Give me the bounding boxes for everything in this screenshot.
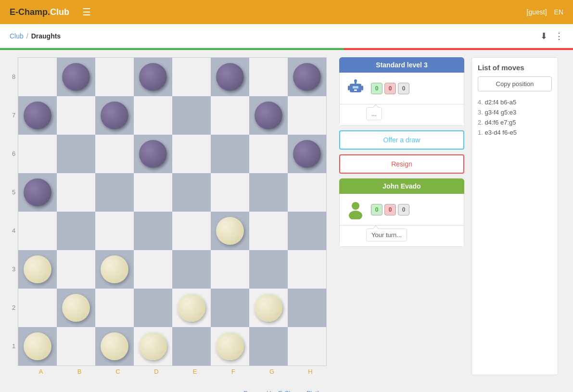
cell-g7[interactable] xyxy=(249,96,288,135)
cell-h8[interactable] xyxy=(288,58,326,96)
moves-panel: List of moves Copy position 4. d2:f4 b6-… xyxy=(471,57,558,375)
cell-g8 xyxy=(249,58,288,96)
cell-h3 xyxy=(288,250,326,289)
cell-h6[interactable] xyxy=(288,135,326,173)
cell-b4[interactable] xyxy=(57,212,95,250)
cell-b1 xyxy=(57,327,95,366)
svg-point-8 xyxy=(352,202,359,210)
cell-a1[interactable] xyxy=(18,327,57,366)
cell-b8[interactable] xyxy=(57,58,95,96)
move-item: 4. d2:f4 b6-a5 xyxy=(478,97,552,107)
cell-e7[interactable] xyxy=(172,96,211,135)
board-container: 8 7 6 5 4 3 2 1 A B C D E F G H xyxy=(10,57,330,375)
logo-accent: Club xyxy=(50,7,69,17)
dark-piece-h6 xyxy=(293,140,321,168)
opponent-speech: ... xyxy=(366,107,382,120)
lang-label[interactable]: EN xyxy=(554,8,563,16)
light-piece-f4 xyxy=(216,217,244,245)
cell-g5[interactable] xyxy=(249,173,288,212)
cell-a5[interactable] xyxy=(18,173,57,212)
player-speech: Your turn... xyxy=(366,228,407,241)
cell-a2 xyxy=(18,289,57,327)
progress-bar xyxy=(0,48,573,50)
cell-d8[interactable] xyxy=(134,58,172,96)
cell-d6[interactable] xyxy=(134,135,172,173)
resign-button[interactable]: Resign xyxy=(339,154,464,174)
player-score-win: 0 xyxy=(371,204,382,215)
dark-piece-b8 xyxy=(62,63,90,91)
cell-f5 xyxy=(211,173,249,212)
offer-draw-button[interactable]: Offer a draw xyxy=(339,130,464,150)
move-item: 1. e3-d4 f6-e5 xyxy=(478,127,552,138)
cell-c1[interactable] xyxy=(95,327,134,366)
breadcrumb-club-link[interactable]: Club xyxy=(10,32,24,40)
row-label-8: 8 xyxy=(12,57,15,96)
download-icon[interactable]: ⬇ xyxy=(540,31,548,41)
cell-e3[interactable] xyxy=(172,250,211,289)
player-score-draw: 0 xyxy=(398,204,409,215)
copy-position-button[interactable]: Copy position xyxy=(478,76,552,91)
breadcrumb-current: Draughts xyxy=(31,32,61,40)
cell-f4[interactable] xyxy=(211,212,249,250)
cell-c3[interactable] xyxy=(95,250,134,289)
col-label-a: A xyxy=(22,368,60,375)
moves-list: 4. d2:f4 b6-a53. g3-f4 g5:e32. d4:f6 e7:… xyxy=(478,97,552,138)
cell-a7[interactable] xyxy=(18,96,57,135)
cell-b7 xyxy=(57,96,95,135)
col-label-g: G xyxy=(253,368,291,375)
info-icon[interactable]: ⋮ xyxy=(555,31,563,41)
dark-piece-c7 xyxy=(101,101,128,129)
row-label-6: 6 xyxy=(12,134,15,173)
cell-g1[interactable] xyxy=(249,327,288,366)
cell-c8 xyxy=(95,58,134,96)
cell-a8 xyxy=(18,58,57,96)
header: E-Champ.Club ☰ [guest] EN xyxy=(0,0,573,24)
light-piece-e2 xyxy=(178,294,205,322)
move-notation: g3-f4 g5:e3 xyxy=(484,109,516,116)
cell-e5[interactable] xyxy=(172,173,211,212)
cell-f6[interactable] xyxy=(211,135,249,173)
cell-a4 xyxy=(18,212,57,250)
hamburger-menu-icon[interactable]: ☰ xyxy=(82,6,91,18)
cell-f2[interactable] xyxy=(211,289,249,327)
main-content: 8 7 6 5 4 3 2 1 A B C D E F G H xyxy=(0,50,573,382)
breadcrumb-bar: Club / Draughts ⬇ ⋮ xyxy=(0,24,573,48)
cell-h5 xyxy=(288,173,326,212)
light-piece-a3 xyxy=(24,255,51,283)
cell-a3[interactable] xyxy=(18,250,57,289)
cell-b6[interactable] xyxy=(57,135,95,173)
robot-avatar xyxy=(344,77,366,99)
cell-e4 xyxy=(172,212,211,250)
cell-f8[interactable] xyxy=(211,58,249,96)
cell-d5 xyxy=(134,173,172,212)
cell-d2[interactable] xyxy=(134,289,172,327)
col-label-d: D xyxy=(137,368,176,375)
cell-b2[interactable] xyxy=(57,289,95,327)
row-label-7: 7 xyxy=(12,96,15,134)
cell-f3 xyxy=(211,250,249,289)
move-number: 4. xyxy=(478,99,483,106)
cell-c7[interactable] xyxy=(95,96,134,135)
moves-title: List of moves xyxy=(478,63,552,72)
player-score-loss: 0 xyxy=(384,204,396,215)
cell-b3 xyxy=(57,250,95,289)
cell-d7 xyxy=(134,96,172,135)
cell-f1 xyxy=(211,327,249,366)
cell-h4[interactable] xyxy=(288,212,326,250)
cell-g4 xyxy=(249,212,288,250)
dark-piece-a5 xyxy=(24,178,51,206)
cell-g3[interactable] xyxy=(249,250,288,289)
breadcrumb-separator: / xyxy=(26,32,28,40)
move-number: 3. xyxy=(478,109,483,116)
row-label-2: 2 xyxy=(12,288,15,327)
cell-d4[interactable] xyxy=(134,212,172,250)
row-label-5: 5 xyxy=(12,173,15,211)
opponent-score-win: 0 xyxy=(371,83,382,94)
row-label-1: 1 xyxy=(12,327,15,365)
cell-h2[interactable] xyxy=(288,289,326,327)
cell-e1[interactable] xyxy=(172,327,211,366)
player-avatar xyxy=(344,199,366,220)
col-label-e: E xyxy=(176,368,214,375)
cell-c5[interactable] xyxy=(95,173,134,212)
cell-c2 xyxy=(95,289,134,327)
